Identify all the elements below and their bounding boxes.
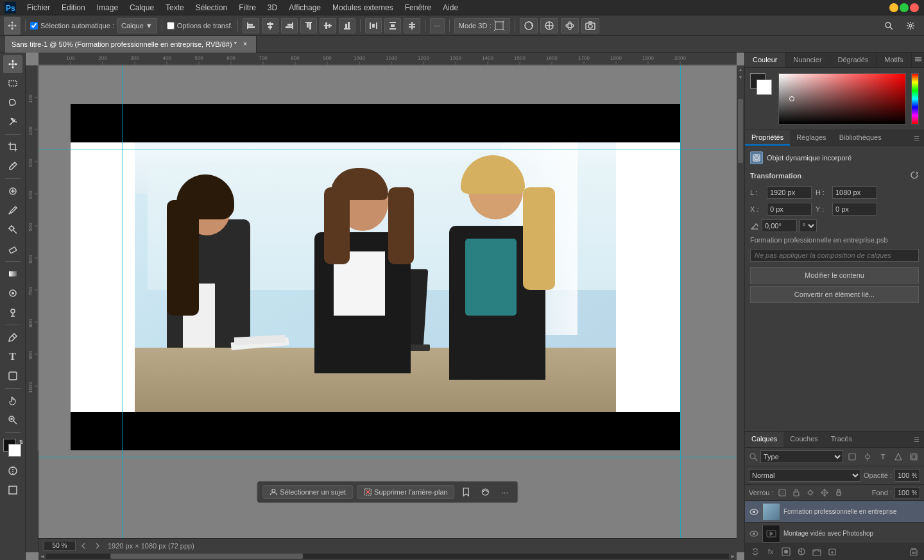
layer-item-montage[interactable]: Montage vidéo avec Photoshop [745, 523, 924, 543]
more-options-btn[interactable]: ··· [430, 18, 445, 33]
props-menu-btn[interactable]: ☰ [911, 133, 921, 143]
tab-reglages[interactable]: Réglages [790, 130, 832, 146]
remove-bg-btn[interactable]: Supprimer l'arrière-plan [357, 485, 455, 499]
zoom-indicator[interactable]: 50 % [44, 541, 76, 551]
tab-bibliotheques[interactable]: Bibliothèques [833, 130, 888, 146]
3d-orbit-btn[interactable] [561, 18, 579, 33]
scroll-left-btn[interactable]: ◄ [40, 554, 45, 559]
navigate-forward-btn[interactable] [94, 541, 104, 551]
menu-modules[interactable]: Modules externes [327, 2, 398, 13]
menu-3d[interactable]: 3D [262, 2, 282, 13]
eyedropper-tool[interactable] [3, 157, 22, 175]
layer-visibility-1[interactable] [749, 507, 759, 517]
align-center-btn[interactable] [262, 18, 278, 33]
menu-edition[interactable]: Edition [56, 2, 90, 13]
color-tab-degrades[interactable]: Dégradés [830, 53, 877, 67]
comp-input[interactable] [750, 249, 919, 262]
h-scrollbar-thumb[interactable] [110, 554, 303, 559]
layer-effects-btn[interactable]: fx [764, 545, 777, 558]
zoom-tool[interactable] [3, 411, 22, 429]
move-tool-icon[interactable] [4, 17, 21, 35]
menu-fenetre[interactable]: Fenêtre [400, 2, 436, 13]
color-tab-nuancier[interactable]: Nuancier [786, 53, 830, 67]
color-panel-menu-btn[interactable] [912, 53, 924, 67]
vertical-scrollbar[interactable]: ▲ ▼ [737, 65, 744, 552]
settings-btn[interactable] [901, 17, 920, 35]
dist-h-btn[interactable] [365, 18, 382, 33]
dist-center-btn[interactable] [404, 18, 420, 33]
clone-tool[interactable] [3, 221, 22, 239]
fg-bg-colors[interactable] [3, 439, 22, 458]
lock-image-btn[interactable] [791, 487, 802, 498]
filter-shape-btn[interactable] [892, 450, 905, 463]
menu-filtre[interactable]: Filtre [234, 2, 261, 13]
v-scrollbar-thumb[interactable] [738, 99, 743, 163]
eraser-tool[interactable] [3, 240, 22, 258]
lock-artboard-btn[interactable] [805, 487, 816, 498]
lock-transparent-btn[interactable] [776, 487, 788, 498]
add-adjustment-btn[interactable] [795, 545, 808, 558]
scroll-down-btn[interactable]: ▼ [738, 74, 743, 80]
align-bottom-btn[interactable] [339, 18, 355, 33]
link-layers-btn[interactable] [749, 545, 762, 558]
add-mask-btn[interactable] [780, 545, 792, 558]
delete-layer-btn[interactable] [907, 545, 920, 558]
document-tab[interactable]: Sans titre-1 @ 50% (Formation profession… [5, 36, 257, 53]
blur-tool[interactable] [3, 284, 22, 302]
color-hue-bar[interactable] [911, 73, 919, 124]
layer-item-formation[interactable]: Formation professionnelle en entreprise [745, 501, 924, 523]
marquee-tool[interactable] [3, 74, 22, 92]
move-tool[interactable] [3, 55, 22, 73]
refine-btn[interactable] [478, 484, 493, 500]
background-swatch[interactable] [757, 80, 772, 95]
menu-aide[interactable]: Aide [438, 2, 463, 13]
mode-3d-btn[interactable]: Mode 3D : [454, 18, 511, 33]
close-btn[interactable] [910, 3, 919, 12]
search-btn[interactable] [879, 17, 898, 35]
transform-options-checkbox[interactable]: Options de transf. [167, 22, 233, 30]
opacity-input[interactable] [894, 469, 920, 482]
3d-camera-btn[interactable] [581, 18, 599, 33]
crop-tool[interactable] [3, 138, 22, 156]
convert-linked-btn[interactable]: Convertir en élément lié... [750, 286, 919, 303]
color-picker-dot[interactable] [789, 96, 794, 101]
h-input[interactable] [832, 186, 877, 199]
auto-select-checkbox[interactable]: Sélection automatique : [30, 22, 114, 30]
tab-close-btn[interactable]: × [241, 40, 250, 49]
transformation-reset-btn[interactable] [910, 171, 919, 181]
new-group-btn[interactable] [810, 545, 823, 558]
layer-visibility-2[interactable] [749, 529, 759, 539]
y-input[interactable] [832, 203, 877, 216]
menu-texte[interactable]: Texte [160, 2, 189, 13]
align-middle-btn[interactable] [320, 18, 336, 33]
menu-selection[interactable]: Sélection [191, 2, 232, 13]
pen-tool[interactable] [3, 328, 22, 346]
menu-calque[interactable]: Calque [124, 2, 159, 13]
tab-proprietes[interactable]: Propriétés [745, 130, 790, 146]
x-input[interactable] [767, 203, 812, 216]
swap-colors-btn[interactable] [19, 437, 24, 443]
dodge-tool[interactable] [3, 303, 22, 321]
filter-pixel-btn[interactable] [846, 450, 859, 463]
gradient-tool[interactable] [3, 265, 22, 283]
angle-unit-select[interactable]: ° [800, 219, 817, 232]
filter-text-btn[interactable]: T [877, 450, 889, 463]
layer-dropdown[interactable]: Calque ▼ [117, 18, 157, 33]
dist-v-btn[interactable] [384, 18, 401, 33]
l-input[interactable] [767, 186, 812, 199]
canvas-viewport[interactable]: Sélectionner un sujet Supprimer l'arrièr… [38, 65, 737, 538]
menu-fichier[interactable]: Fichier [22, 2, 55, 13]
scroll-right-btn[interactable]: ► [730, 554, 735, 559]
select-subject-btn[interactable]: Sélectionner un sujet [262, 485, 353, 499]
filter-adjust-btn[interactable] [861, 450, 874, 463]
layers-menu-btn[interactable]: ☰ [911, 434, 921, 445]
canvas-area[interactable]: // ticks rendered inline 100 200 300 400… [26, 53, 744, 560]
color-tab-motifs[interactable]: Motifs [877, 53, 911, 67]
minimize-btn[interactable] [889, 3, 898, 12]
lock-move-btn[interactable] [819, 487, 830, 498]
color-tab-couleur[interactable]: Couleur [745, 53, 786, 67]
navigate-backward-btn[interactable] [80, 541, 90, 551]
menu-affichage[interactable]: Affichage [284, 2, 326, 13]
layers-type-filter[interactable]: Type [760, 450, 843, 463]
3d-rotate-btn[interactable] [520, 18, 538, 33]
